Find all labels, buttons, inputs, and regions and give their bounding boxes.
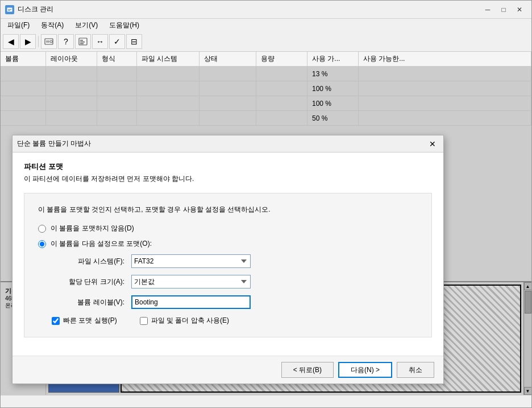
table-header: 볼륨 레이아웃 형식 파일 시스템 상태 용량 사용 가... 사용 가능한..… <box>1 52 531 67</box>
form-row-volume: 볼륨 레이블(V): <box>38 295 418 309</box>
compress-checkbox[interactable] <box>140 317 148 325</box>
fs-label: 파일 시스템(F): <box>52 257 131 266</box>
toolbar-help[interactable]: ? <box>58 34 74 49</box>
menu-bar: 파일(F) 동작(A) 보기(V) 도움말(H) <box>1 19 531 31</box>
col-header-status: 상태 <box>200 52 256 66</box>
cancel-button[interactable]: 취소 <box>397 362 434 378</box>
panel-description: 이 볼륨을 포맷할 것인지 선택하고, 포맷할 경우 사용할 설정을 선택하십시… <box>38 205 418 215</box>
dialog-title: 단순 볼륨 만들기 마법사 <box>17 139 426 149</box>
dialog-close-button[interactable]: ✕ <box>426 138 439 150</box>
toolbar-resize[interactable]: ↔ <box>92 34 108 49</box>
dialog-section-title: 파티션 포맷 <box>24 162 432 172</box>
form-row-fs: 파일 시스템(F): FAT32 <box>38 254 418 268</box>
compress-option: 파일 및 폴더 압축 사용(E) <box>140 316 229 325</box>
modal-overlay: 단순 볼륨 만들기 마법사 ✕ 파티션 포맷 이 파티션에 데이터를 저장하려면… <box>1 67 531 395</box>
maximize-button[interactable]: □ <box>496 3 511 16</box>
dialog-section-desc: 이 파티션에 데이터를 저장하려면 먼저 포맷해야 합니다. <box>24 174 432 184</box>
checkbox-row: 빠른 포맷 실행(P) 파일 및 폴더 압축 사용(E) <box>38 316 418 325</box>
svg-rect-4 <box>46 40 49 43</box>
svg-rect-8 <box>80 42 85 43</box>
col-header-format: 형식 <box>97 52 137 66</box>
volume-label-input[interactable] <box>131 295 251 309</box>
dialog-inner-panel: 이 볼륨을 포맷할 것인지 선택하고, 포맷할 경우 사용할 설정을 선택하십시… <box>24 193 432 337</box>
radio-no-format-input[interactable] <box>38 225 46 233</box>
col-header-avail: 사용 가능한... <box>359 52 531 66</box>
svg-point-5 <box>50 40 52 43</box>
form-row-alloc: 할당 단위 크기(A): 기본값 <box>38 275 418 289</box>
alloc-label: 할당 단위 크기(A): <box>52 277 131 287</box>
dialog-title-bar: 단순 볼륨 만들기 마법사 ✕ <box>13 135 443 153</box>
radio-no-format: 이 볼륨을 포맷하지 않음(D) <box>38 224 418 233</box>
menu-action[interactable]: 동작(A) <box>36 19 68 31</box>
dialog-footer: < 뒤로(B) 다음(N) > 취소 <box>13 356 443 384</box>
back-button[interactable]: < 뒤로(B) <box>281 362 334 378</box>
toolbar-forward[interactable]: ▶ <box>20 34 36 49</box>
svg-rect-7 <box>80 40 83 41</box>
window-title: 디스크 관리 <box>18 5 480 14</box>
main-window: 디스크 관리 ─ □ ✕ 파일(F) 동작(A) 보기(V) 도움말(H) ◀ … <box>0 0 532 408</box>
menu-help[interactable]: 도움말(H) <box>105 19 144 31</box>
radio-format-input[interactable] <box>38 240 46 248</box>
title-bar: 디스크 관리 ─ □ ✕ <box>1 1 531 19</box>
window-controls: ─ □ ✕ <box>480 3 527 16</box>
close-button[interactable]: ✕ <box>512 3 527 16</box>
col-header-capacity: 용량 <box>256 52 307 66</box>
fs-select[interactable]: FAT32 <box>131 254 251 268</box>
status-bar <box>1 395 531 407</box>
volume-label-label: 볼륨 레이블(V): <box>52 298 131 307</box>
toolbar-check[interactable]: ✓ <box>109 34 125 49</box>
radio-format: 이 볼륨을 다음 설정으로 포맷(O): <box>38 239 418 249</box>
minimize-button[interactable]: ─ <box>480 3 495 16</box>
menu-file[interactable]: 파일(F) <box>3 19 34 31</box>
svg-rect-1 <box>8 9 11 10</box>
col-header-layout: 레이아웃 <box>46 52 97 66</box>
quick-format-option: 빠른 포맷 실행(P) <box>52 316 117 325</box>
radio-format-label[interactable]: 이 볼륨을 다음 설정으로 포맷(O): <box>51 239 152 249</box>
next-button[interactable]: 다음(N) > <box>338 362 392 378</box>
menu-view[interactable]: 보기(V) <box>70 19 102 31</box>
col-header-fs: 파일 시스템 <box>137 52 200 66</box>
compress-label[interactable]: 파일 및 폴더 압축 사용(E) <box>151 316 229 325</box>
radio-no-format-label[interactable]: 이 볼륨을 포맷하지 않음(D) <box>51 224 134 233</box>
toolbar-disk-mgmt[interactable] <box>41 34 57 49</box>
col-header-used: 사용 가... <box>307 52 359 66</box>
col-header-volume: 볼륨 <box>1 52 46 66</box>
toolbar-back[interactable]: ◀ <box>3 34 19 49</box>
svg-rect-9 <box>80 43 84 44</box>
main-content: 13 % 100 % 100 % <box>1 67 531 395</box>
svg-rect-2 <box>8 10 10 11</box>
toolbar-minus[interactable]: ⊟ <box>126 34 142 49</box>
toolbar-sep-1 <box>38 36 39 47</box>
toolbar: ◀ ▶ ? ↔ ✓ ⊟ <box>1 31 531 52</box>
toolbar-properties[interactable] <box>75 34 91 49</box>
app-icon <box>5 5 14 14</box>
quick-format-checkbox[interactable] <box>52 317 60 325</box>
alloc-select[interactable]: 기본값 <box>131 275 251 289</box>
dialog-create-volume: 단순 볼륨 만들기 마법사 ✕ 파티션 포맷 이 파티션에 데이터를 저장하려면… <box>12 135 444 384</box>
quick-format-label[interactable]: 빠른 포맷 실행(P) <box>63 316 117 325</box>
dialog-body: 파티션 포맷 이 파티션에 데이터를 저장하려면 먼저 포맷해야 합니다. 이 … <box>13 153 443 356</box>
